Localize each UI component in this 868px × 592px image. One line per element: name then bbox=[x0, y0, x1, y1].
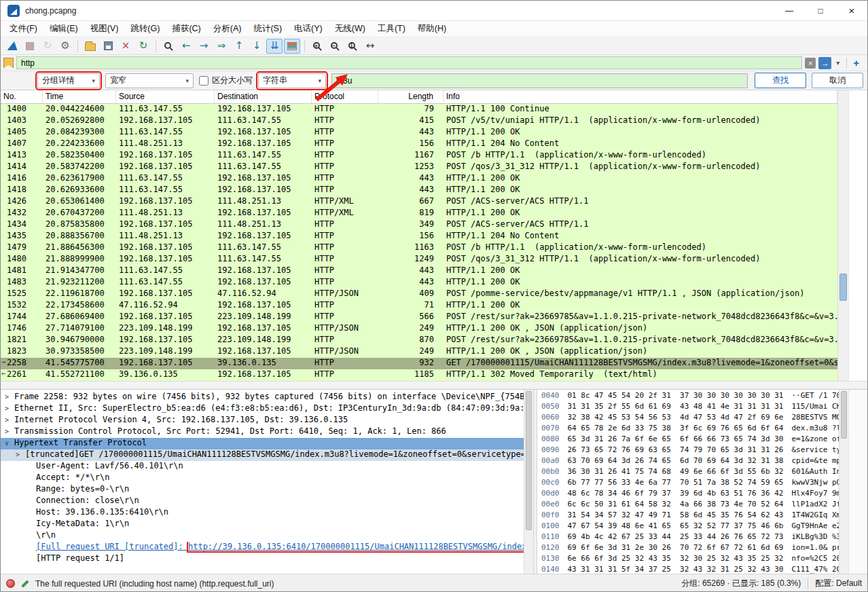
detail-line-4[interactable]: ∨Hypertext Transfer Protocol bbox=[1, 438, 524, 449]
packet-row-1479[interactable]: 147921.886456300192.168.137.105111.63.14… bbox=[1, 242, 837, 254]
go-first-button[interactable]: ↑ bbox=[231, 39, 247, 54]
expander-icon[interactable]: > bbox=[5, 405, 14, 412]
cancel-button[interactable]: 取消 bbox=[812, 73, 863, 88]
menu-item-analyze[interactable]: 分析(A) bbox=[207, 21, 248, 37]
hex-row-00a0[interactable]: 00a063 70 69 64 3d 26 74 65 6d 70 69 64 … bbox=[541, 456, 839, 467]
packet-row-1744[interactable]: 174427.686069400192.168.137.105223.109.1… bbox=[1, 312, 837, 323]
menu-item-go[interactable]: 跳转(G) bbox=[124, 21, 166, 37]
zoom-out-button[interactable]: − bbox=[327, 39, 343, 54]
packet-row-1525[interactable]: 152522.119618700192.168.137.10547.116.52… bbox=[1, 289, 837, 300]
capture-comment-icon[interactable] bbox=[20, 579, 30, 588]
reload-button[interactable]: ↻ bbox=[135, 39, 151, 54]
packet-row-1532[interactable]: 153222.17345860047.116.52.94192.168.137.… bbox=[1, 300, 837, 312]
detail-line-6[interactable]: User-Agent: Lavf/56.40.101\r\n bbox=[1, 461, 524, 473]
filter-clear-button[interactable]: × bbox=[805, 58, 816, 69]
auto-scroll-button[interactable]: ⇊ bbox=[266, 39, 283, 54]
expander-icon[interactable]: ∨ bbox=[5, 439, 14, 447]
column-header-info[interactable]: Info bbox=[444, 90, 837, 103]
go-to-packet-button[interactable]: ⇒ bbox=[213, 39, 230, 54]
packet-row-2258[interactable]: →225841.545775700192.168.137.10539.136.0… bbox=[1, 358, 837, 369]
packet-row-1405[interactable]: 140520.084239300111.63.147.55192.168.137… bbox=[1, 127, 837, 138]
detail-line-3[interactable]: >Transmission Control Protocol, Src Port… bbox=[1, 426, 524, 438]
hex-row-0120[interactable]: 012069 6f 6e 3d 31 2e 30 26 70 72 6f 67 … bbox=[541, 543, 839, 554]
hex-row-0050[interactable]: 005031 31 35 2f 55 6d 61 69 43 48 41 4e … bbox=[541, 402, 839, 413]
packet-row-1483[interactable]: 148321.923211200111.63.147.55192.168.137… bbox=[1, 277, 837, 289]
case-sensitive-checkbox[interactable] bbox=[199, 76, 209, 86]
file-open-button[interactable] bbox=[82, 39, 98, 54]
hex-row-00e0[interactable]: 00e06c 6c 50 31 61 64 58 32 4a 66 38 73 … bbox=[541, 500, 839, 511]
packet-row-1407[interactable]: 140720.224233600111.48.251.13192.168.137… bbox=[1, 138, 837, 150]
menu-item-wireless[interactable]: 无线(W) bbox=[329, 21, 372, 37]
packet-row-1426[interactable]: 142620.653061400192.168.137.105111.48.25… bbox=[1, 196, 837, 208]
packet-row-1418[interactable]: 141820.626933600111.63.147.55192.168.137… bbox=[1, 185, 837, 196]
column-header-length[interactable]: Length bbox=[378, 90, 444, 103]
scrollbar-thumb[interactable] bbox=[526, 391, 532, 530]
detail-line-2[interactable]: >Internet Protocol Version 4, Src: 192.1… bbox=[1, 415, 524, 426]
scrollbar-thumb[interactable] bbox=[841, 391, 847, 439]
packet-row-1432[interactable]: 143220.670437200111.48.251.13192.168.137… bbox=[1, 208, 837, 219]
profile-label[interactable]: 配置: Default bbox=[815, 578, 862, 589]
column-header-time[interactable]: Time bbox=[43, 90, 116, 103]
detail-line-12[interactable]: \r\n bbox=[1, 530, 524, 542]
hex-row-0070[interactable]: 007064 65 78 2e 6d 33 75 38 3f 6c 69 76 … bbox=[541, 424, 839, 434]
column-header-source[interactable]: Source bbox=[116, 90, 215, 103]
file-save-button[interactable] bbox=[100, 39, 116, 54]
packet-row-1480[interactable]: 148021.888999900192.168.137.105111.63.14… bbox=[1, 254, 837, 265]
detail-line-14[interactable]: [HTTP request 1/1] bbox=[1, 553, 524, 565]
zoom-100-button[interactable]: 1 bbox=[344, 39, 361, 54]
detail-line-11[interactable]: Icy-MetaData: 1\r\n bbox=[1, 519, 524, 530]
capture-options-button[interactable]: ⚙ bbox=[57, 39, 73, 54]
details-scrollbar[interactable] bbox=[524, 390, 533, 574]
packet-row-1746[interactable]: 174627.714079100223.109.148.199192.168.1… bbox=[1, 323, 837, 335]
go-back-button[interactable]: ← bbox=[178, 39, 194, 54]
detail-line-1[interactable]: >Ethernet II, Src: SuperElectro_b5:ea:d6… bbox=[1, 403, 524, 415]
hex-row-00f0[interactable]: 00f031 54 34 57 32 47 49 71 58 6d 45 35 … bbox=[541, 511, 839, 521]
packet-row-1403[interactable]: 140320.052692800192.168.137.105111.63.14… bbox=[1, 115, 837, 127]
menu-item-telephony[interactable]: 电话(Y) bbox=[288, 21, 329, 37]
expander-icon[interactable]: > bbox=[5, 428, 14, 435]
find-button[interactable]: 查找 bbox=[755, 73, 806, 88]
horizontal-splitter[interactable] bbox=[1, 381, 867, 389]
hex-row-00b0[interactable]: 00b036 30 31 26 41 75 74 68 49 6e 66 6f … bbox=[541, 467, 839, 478]
search-scope-select[interactable]: 分组详情 ▾ bbox=[37, 73, 100, 88]
packet-row-1414[interactable]: 141420.583742200192.168.137.105111.63.14… bbox=[1, 162, 837, 173]
filter-bookmark-icon[interactable] bbox=[3, 58, 14, 69]
packet-row-1435[interactable]: 143520.888356700111.48.251.13192.168.137… bbox=[1, 231, 837, 242]
filter-add-button[interactable]: + bbox=[852, 57, 863, 69]
column-header-destination[interactable]: Destination bbox=[215, 90, 312, 103]
packet-row-1821[interactable]: 182130.946790000192.168.137.105223.109.1… bbox=[1, 335, 837, 346]
go-last-button[interactable]: ↓ bbox=[249, 39, 265, 54]
hex-row-00d0[interactable]: 00d048 6c 78 34 46 6f 79 37 39 6d 4b 63 … bbox=[541, 489, 839, 500]
capture-stop-button[interactable] bbox=[22, 39, 38, 54]
packet-row-1416[interactable]: 141620.623617900111.63.147.55192.168.137… bbox=[1, 173, 837, 185]
packet-row-1400[interactable]: 140020.044224600111.63.147.55192.168.137… bbox=[1, 104, 837, 115]
hex-row-0040[interactable]: 004001 8c 47 45 54 20 2f 31 37 30 30 30 … bbox=[541, 391, 839, 402]
packet-row-1434[interactable]: 143420.875835800192.168.137.105111.48.25… bbox=[1, 219, 837, 231]
menu-item-tools[interactable]: 工具(T) bbox=[372, 21, 412, 37]
menu-item-edit[interactable]: 编辑(E) bbox=[43, 21, 84, 37]
find-packet-button[interactable] bbox=[160, 39, 177, 54]
search-type-select[interactable]: 字符串 ▾ bbox=[258, 73, 326, 88]
resize-columns-button[interactable]: ↔ bbox=[362, 39, 378, 54]
colorize-button[interactable] bbox=[284, 39, 300, 54]
hex-row-0060[interactable]: 006032 38 42 45 53 54 56 53 4d 47 53 4d … bbox=[541, 413, 839, 424]
expander-icon[interactable]: > bbox=[5, 393, 14, 401]
detail-line-0[interactable]: >Frame 2258: 932 bytes on wire (7456 bit… bbox=[1, 392, 524, 403]
display-filter-input[interactable] bbox=[16, 56, 802, 69]
detail-line-7[interactable]: Accept: */*\r\n bbox=[1, 473, 524, 484]
full-request-uri-label[interactable]: [Full request URI [truncated]: bbox=[36, 542, 188, 551]
minimize-button[interactable]: — bbox=[774, 1, 805, 21]
maximize-button[interactable]: □ bbox=[805, 1, 836, 21]
close-button[interactable]: × bbox=[836, 1, 867, 21]
expander-icon[interactable]: > bbox=[5, 416, 14, 424]
capture-restart-button[interactable]: ↻ bbox=[39, 39, 56, 54]
detail-line-10[interactable]: Host: 39.136.0.135:6410\r\n bbox=[1, 507, 524, 519]
packet-row-2261[interactable]: ←226141.55272110039.136.0.135192.168.137… bbox=[1, 369, 837, 381]
hex-row-00c0[interactable]: 00c06b 77 77 56 33 4e 6a 77 70 51 7a 38 … bbox=[541, 478, 839, 489]
zoom-in-button[interactable]: + bbox=[309, 39, 325, 54]
hex-row-0140[interactable]: 014043 31 31 31 5f 34 37 25 32 43 32 31 … bbox=[541, 565, 839, 574]
hex-row-0110[interactable]: 011069 4b 4c 42 67 25 33 44 25 33 44 26 … bbox=[541, 532, 839, 543]
file-close-button[interactable]: × bbox=[117, 39, 134, 54]
packet-row-1823[interactable]: 182330.973358500223.109.148.199192.168.1… bbox=[1, 346, 837, 358]
filter-apply-button[interactable]: → bbox=[818, 57, 831, 69]
